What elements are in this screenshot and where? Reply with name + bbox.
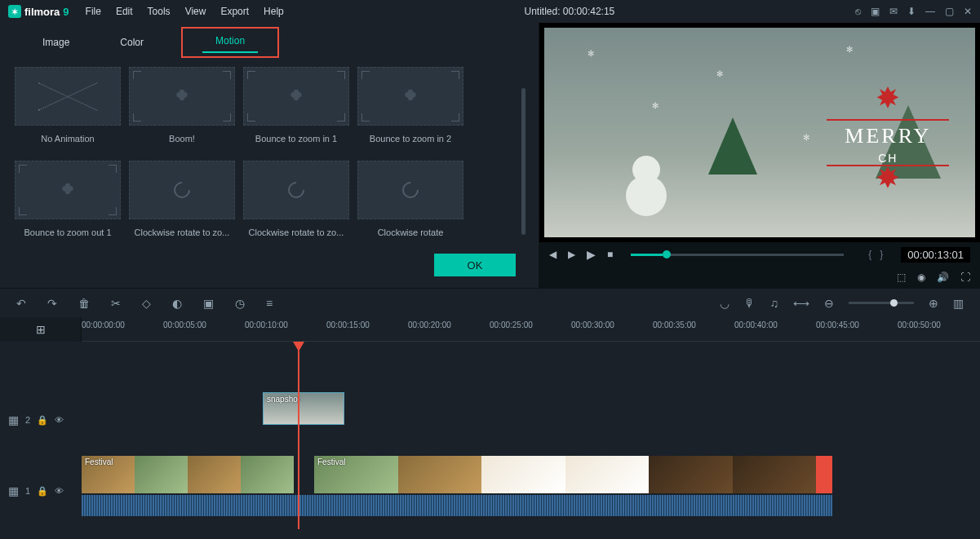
add-track-button[interactable]: ⊞ [0,317,82,342]
menu-file[interactable]: File [86,6,101,17]
minimize-button[interactable]: — [925,6,935,17]
logo-icon: ✶ [8,5,21,18]
menu-view[interactable]: View [185,6,206,17]
redo-icon[interactable]: ↷ [47,297,57,310]
record-icon[interactable]: 🎙 [744,297,756,310]
preview-title-overlay: MERRY CH [827,86,949,199]
effect-cw-rotate-zoom-2[interactable]: Clockwise rotate to zo... [243,161,349,246]
undo-icon[interactable]: ↶ [16,297,26,310]
track-2[interactable]: snapshot [82,387,980,453]
lock-icon[interactable]: 🔒 [37,486,48,497]
track-2-head: ▦ 2 🔒 👁 [0,387,82,453]
lock-icon[interactable]: 🔒 [37,415,48,426]
ok-button[interactable]: OK [434,254,516,276]
account-icon[interactable]: ⎋ [855,6,861,17]
zoom-out-icon[interactable]: ⊖ [824,297,834,310]
preview-snowman [622,151,671,216]
preview-viewport[interactable]: MERRY CH ✻✻✻✻✻ [544,28,975,237]
top-area: Image Color Motion No Animation Boom! Bo… [0,23,980,288]
mark-in-out-icon[interactable]: { } [868,249,883,260]
tab-image[interactable]: Image [29,32,82,53]
timeline-body[interactable]: snapshot Festival Festival [82,342,980,529]
marker-icon[interactable]: ◡ [720,297,729,310]
clock-icon[interactable]: ◷ [235,297,245,310]
snapshot-icon[interactable]: ◉ [917,272,925,283]
clip-festival-1-label: Festival [85,457,113,466]
tab-motion-highlight: Motion [181,27,279,58]
fullscreen-icon[interactable]: ⛶ [960,272,970,283]
preview-ch-text: CH [827,152,949,165]
clip-snapshot[interactable]: snapshot [263,392,344,425]
visibility-icon[interactable]: 👁 [55,415,64,425]
render-icon[interactable]: ⟷ [793,297,809,310]
app-logo: ✶ filmora9 [8,5,69,18]
document-title: Untitled: 00:00:42:15 [284,6,855,17]
tab-color[interactable]: Color [107,32,157,53]
stop-button[interactable]: ■ [607,249,613,260]
volume-icon[interactable]: 🔊 [937,272,949,283]
audio-waveform[interactable] [82,495,832,516]
video-track-icon: ▦ [8,484,19,497]
timeline-toolbar: ↶ ↷ 🗑 ✂ ◇ ◐ ▣ ◷ ≡ ◡ 🎙 ♫ ⟷ ⊖ ⊕ ▥ [0,288,980,317]
track-1[interactable]: Festival Festival [82,453,980,529]
logo-version: 9 [63,6,69,18]
zoom-fit-icon[interactable]: ▥ [953,297,964,310]
menu-edit[interactable]: Edit [116,6,133,17]
crop-icon[interactable]: ◇ [142,297,151,310]
mail-icon[interactable]: ✉ [889,6,898,17]
clip-festival-1[interactable]: Festival [82,456,294,493]
split-icon[interactable]: ✂ [111,297,121,310]
effect-no-animation[interactable]: No Animation [15,67,121,152]
zoom-slider[interactable] [849,302,914,304]
ok-row: OK [11,249,527,281]
effect-bounce-zoom-in-2[interactable]: Bounce to zoom in 2 [357,67,463,152]
tab-motion[interactable]: Motion [202,30,258,53]
clip-snapshot-label: snapshot [267,395,300,404]
effect-bounce-zoom-in-1[interactable]: Bounce to zoom in 1 [243,67,349,152]
effect-boom[interactable]: Boom! [129,67,235,152]
video-track-icon: ▦ [8,413,19,426]
progress-bar[interactable] [631,254,844,256]
timeline-ruler[interactable]: 00:00:00:00 00:00:05:00 00:00:10:00 00:0… [82,317,980,342]
title-icons: ⎋ ▣ ✉ ⬇ — ▢ ✕ [855,6,972,17]
panel-scrollbar[interactable] [521,88,525,235]
time-display: 00:00:13:01 [901,247,970,263]
track-2-label: 2 [25,415,30,425]
prev-frame-button[interactable]: ◀ [549,249,557,260]
track-spacer [82,342,980,387]
next-frame-button[interactable]: ▶ [568,249,575,260]
preview-sub-controls: ⬚ ◉ 🔊 ⛶ [539,267,980,288]
clip-festival-2[interactable]: Festival [314,456,832,493]
clip-festival-2-label: Festival [317,457,345,466]
visibility-icon[interactable]: 👁 [55,486,64,496]
effect-bounce-zoom-out-1[interactable]: Bounce to zoom out 1 [15,161,121,246]
speed-icon[interactable]: ◐ [172,297,182,310]
close-button[interactable]: ✕ [964,6,972,17]
quality-icon[interactable]: ⬚ [897,272,906,283]
delete-icon[interactable]: 🗑 [78,297,90,310]
maximize-button[interactable]: ▢ [945,6,954,17]
menu-help[interactable]: Help [264,6,284,17]
main-menu: File Edit Tools View Export Help [86,6,284,17]
track-1-label: 1 [25,486,30,496]
track-spacer-head [0,342,82,387]
playback-controls: ◀ ▶ ▶ ■ { } 00:00:13:01 [539,242,980,267]
track-1-head: ▦ 1 🔒 👁 [0,453,82,529]
color-icon[interactable]: ▣ [203,297,214,310]
preview-pane: MERRY CH ✻✻✻✻✻ ◀ ▶ ▶ ■ { } 00:00:13:01 ⬚… [539,23,980,288]
effect-cw-rotate[interactable]: Clockwise rotate [357,161,463,246]
logo-text: filmora [24,6,60,18]
playhead[interactable] [298,342,299,529]
snowflake-icon [871,166,904,199]
settings-icon[interactable]: ≡ [266,297,273,310]
snowflake-icon [871,86,904,119]
timeline: ⊞ 00:00:00:00 00:00:05:00 00:00:10:00 00… [0,317,980,529]
play-button[interactable]: ▶ [587,248,596,261]
zoom-in-icon[interactable]: ⊕ [929,297,938,310]
mixer-icon[interactable]: ♫ [770,297,779,310]
menu-tools[interactable]: Tools [148,6,171,17]
save-icon[interactable]: ▣ [871,6,880,17]
effect-cw-rotate-zoom-1[interactable]: Clockwise rotate to zo... [129,161,235,246]
menu-export[interactable]: Export [220,6,249,17]
download-icon[interactable]: ⬇ [907,6,916,17]
